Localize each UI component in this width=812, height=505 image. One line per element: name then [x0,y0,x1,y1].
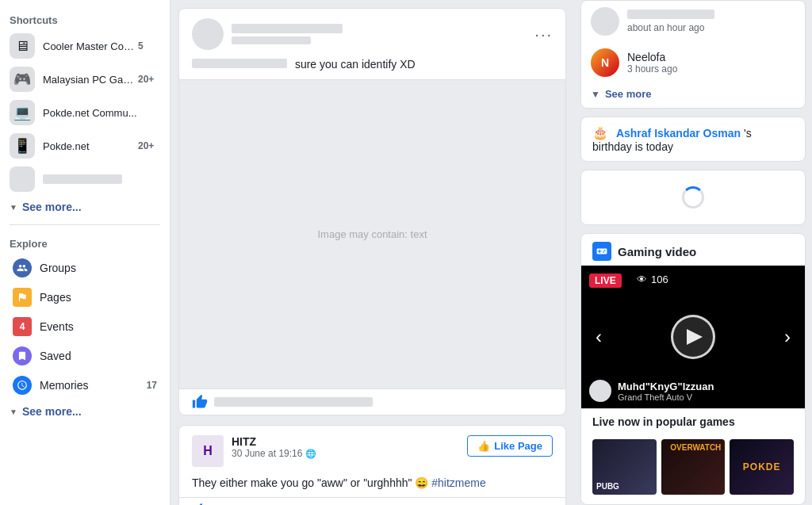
pokde-logo: POKDE [743,461,781,472]
shortcut-badge-malaysian-pc: 20+ [138,74,154,85]
live-thumb-pokde[interactable]: POKDE [730,439,794,495]
streamer-details: Muhd"KnyG"Izzuan Grand Theft Auto V [618,381,714,402]
contact-item-1[interactable]: about an hour ago [581,1,805,42]
gaming-video-container[interactable]: LIVE 👁 106 ‹ › Muhd"KnyG"Izzu [581,266,805,408]
saved-icon [13,346,32,365]
post-avatar-1 [192,18,224,50]
birthday-section: 🎂 Ashraf Iskandar Osman 's birthday is t… [580,117,806,162]
shortcut-label-pokde-net: Pokde.net [43,140,138,152]
shortcut-item-pokde-net[interactable]: 📱 Pokde.net 20+ [0,129,170,163]
post-time-1 [232,36,311,44]
sidebar-item-memories[interactable]: Memories 17 [3,371,167,400]
contact-time-neelofa: 3 hours ago [627,63,795,75]
gaming-section-title: Gaming video [618,245,696,258]
hitz-text-main: They either make you go "aww" or "urghhh… [192,476,412,489]
contact-name-blurred-1 [627,10,714,19]
shortcut-item-cooler-master[interactable]: 🖥 Cooler Master Com... 5 [0,29,170,63]
shortcut-item-pokde-commu[interactable]: 💻 Pokde.net Commu... [0,96,170,129]
post-actions-1 [179,388,565,415]
shortcut-label-cooler-master: Cooler Master Com... [43,40,138,52]
post-options-button-1[interactable]: ··· [534,25,553,44]
viewer-count: 👁 106 [637,274,668,285]
post-image-alt-1: Image may contain: text [317,228,427,240]
right-sidebar: about an hour ago N Neelofa 3 hours ago … [574,0,812,505]
post-like-button-1[interactable] [192,394,208,410]
gaming-header: Gaming video [581,234,805,266]
shortcut-label-blurred [43,174,122,184]
video-next-button[interactable]: › [775,324,800,350]
contacts-see-more-button[interactable]: ▼ See more [581,83,805,108]
overwatch-logo: OVERWATCH [670,443,721,452]
live-thumb-1[interactable]: PUBG [592,439,657,495]
viewer-number: 106 [651,274,668,285]
shortcut-item-blurred[interactable] [0,163,170,196]
shortcuts-see-more-button[interactable]: ▼ See more... [0,196,170,218]
post-author-name-1 [232,24,343,33]
sidebar-item-saved[interactable]: Saved [3,342,167,370]
post-header-1: ··· [179,9,565,56]
streamer-avatar [589,380,611,402]
prev-arrow-icon: ‹ [596,326,602,348]
left-sidebar: Shortcuts 🖥 Cooler Master Com... 5 🎮 Mal… [0,0,170,505]
globe-icon: 🌐 [305,449,316,459]
contact-info-1: about an hour ago [627,10,795,33]
live-thumbnails: PUBG OVERWATCH POKDE [581,434,805,504]
like-icon: 👍 [477,440,490,452]
pages-label: Pages [40,291,157,304]
next-arrow-icon: › [784,326,791,348]
pages-icon [13,288,32,307]
contact-avatar-1 [591,7,619,36]
hitz-emoji: 😄 [415,476,428,489]
birthday-icon: 🎂 [592,126,608,140]
sidebar-item-events[interactable]: 4 Events [3,312,167,341]
birthday-person-link[interactable]: Ashraf Iskandar Osman [616,127,741,140]
streamer-game: Grand Theft Auto V [618,392,714,402]
hitz-page-name[interactable]: HITZ [232,435,467,448]
explore-title: Explore [0,231,170,253]
post-content-text-1: sure you can identify XD [295,58,416,71]
shortcut-item-malaysian-pc[interactable]: 🎮 Malaysian PC Gam... 20+ [0,63,170,96]
shortcut-badge-cooler-master: 5 [138,40,144,52]
stream-info: Muhd"KnyG"Izzuan Grand Theft Auto V [589,380,714,402]
shortcuts-title: Shortcuts [0,8,170,29]
post-card-1: ··· sure you can identify XD Image may c… [178,8,566,415]
video-play-button[interactable] [671,315,715,359]
streamer-name: Muhd"KnyG"Izzuan [618,381,714,392]
post-card-hitz: H HITZ 30 June at 19:16 🌐 👍 Like Page Th… [178,425,566,505]
thumb-game-1: PUBG [596,482,619,491]
sidebar-item-pages[interactable]: Pages [3,283,167,312]
shortcut-icon-pokde-net: 📱 [10,133,35,159]
post-commenter-blurred [214,397,373,407]
contact-info-neelofa: Neelofa 3 hours ago [627,51,795,75]
explore-see-more-button[interactable]: ▼ See more... [0,400,170,423]
contact-item-neelofa[interactable]: N Neelofa 3 hours ago [581,42,805,83]
see-more-arrow-explore: ▼ [10,407,17,416]
live-badge: LIVE [589,274,622,288]
explore-see-more-label: See more... [22,405,82,418]
hitz-post-meta: HITZ 30 June at 19:16 🌐 [232,435,467,459]
see-more-arrow-shortcuts: ▼ [10,203,17,212]
loading-spinner [682,186,704,209]
live-thumb-overwatch[interactable]: OVERWATCH [661,439,726,495]
hitz-hashtag[interactable]: #hitzmeme [431,476,485,489]
like-page-button[interactable]: 👍 Like Page [467,435,553,457]
post-text-1: sure you can identify XD [179,56,565,79]
hitz-post-actions [179,497,565,505]
shortcut-badge-pokde-net: 20+ [138,140,154,151]
post-author-blurred [192,59,287,68]
hitz-avatar: H [192,435,224,467]
post-meta-1 [232,24,534,44]
memories-icon [13,376,32,395]
shortcuts-see-more-label: See more... [22,201,82,213]
contact-time-1: about an hour ago [627,22,795,33]
shortcut-icon-blurred [10,166,35,192]
groups-icon [13,258,32,277]
hitz-post-text: They either make you go "aww" or "urghhh… [179,473,565,497]
video-prev-button[interactable]: ‹ [586,324,611,350]
contacts-see-more-label: See more [605,88,652,100]
main-feed: ··· sure you can identify XD Image may c… [170,0,574,505]
post-image-1: Image may contain: text [179,79,565,388]
play-triangle-icon [687,329,703,345]
loading-section [580,170,806,225]
sidebar-item-groups[interactable]: Groups [3,254,167,282]
